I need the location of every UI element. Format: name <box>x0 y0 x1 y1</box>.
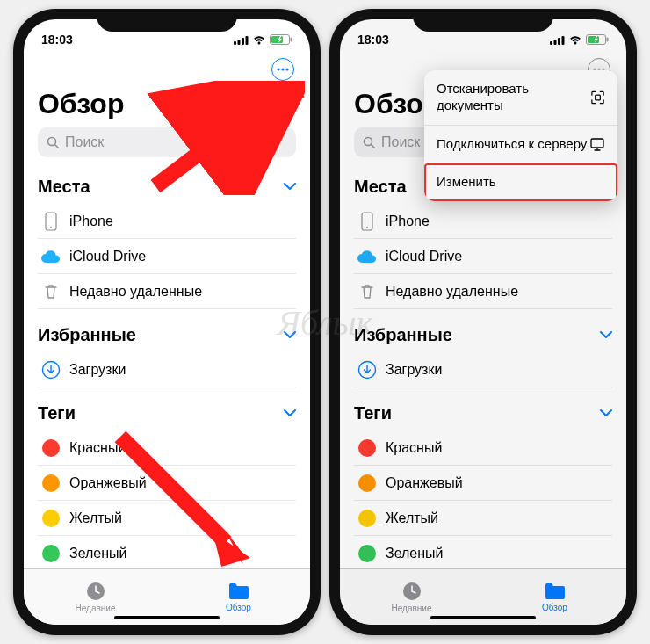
svg-point-13 <box>50 227 52 228</box>
svg-rect-23 <box>558 38 560 45</box>
search-placeholder: Поиск <box>65 134 104 150</box>
download-icon <box>358 360 377 380</box>
chevron-down-icon <box>284 331 296 339</box>
place-iphone-label: iPhone <box>69 213 113 229</box>
home-indicator[interactable] <box>114 616 220 619</box>
section-places-label: Места <box>354 177 407 197</box>
phone-left: 18:03 Обзор Поиск Места <box>13 9 321 635</box>
favorite-downloads[interactable]: Загрузки <box>354 352 612 387</box>
chevron-down-icon <box>600 331 612 339</box>
menu-edit[interactable]: Изменить <box>424 163 618 201</box>
clock-icon <box>401 581 422 602</box>
section-favorites-header[interactable]: Избранные <box>38 318 296 352</box>
status-icons <box>550 34 609 45</box>
cloud-icon <box>357 250 378 264</box>
place-icloud-label: iCloud Drive <box>69 249 146 264</box>
menu-connect-server[interactable]: Подключиться к серверу <box>424 126 618 164</box>
annotation-arrow-bottom <box>112 428 252 568</box>
section-tags-header[interactable]: Теги <box>38 396 296 431</box>
place-iphone[interactable]: iPhone <box>38 204 296 239</box>
section-favorites-label: Избранные <box>354 325 452 345</box>
folder-icon <box>544 582 567 601</box>
signal-icon <box>234 35 249 45</box>
phone-right: 18:03 Обзор Поиск Места iPho <box>329 9 637 635</box>
favorite-downloads[interactable]: Загрузки <box>38 352 296 387</box>
iphone-icon <box>361 212 373 231</box>
place-icloud[interactable]: iCloud Drive <box>354 239 612 274</box>
search-icon <box>363 136 376 149</box>
svg-line-17 <box>120 437 226 542</box>
tag-label: Оранжевый <box>386 475 463 491</box>
svg-rect-6 <box>291 38 292 42</box>
place-trash[interactable]: Недавно удаленные <box>354 274 612 309</box>
download-icon <box>41 360 61 380</box>
tag-red[interactable]: Красный <box>354 431 612 466</box>
section-tags-label: Теги <box>38 403 76 423</box>
place-iphone[interactable]: iPhone <box>354 204 612 239</box>
tag-yellow[interactable]: Желтый <box>354 501 612 536</box>
search-icon <box>47 136 60 149</box>
context-menu: Отсканировать документы Подключиться к с… <box>424 70 618 201</box>
tab-browse-label: Обзор <box>542 603 567 612</box>
place-trash-label: Недавно удаленные <box>386 284 518 300</box>
svg-rect-2 <box>242 38 244 45</box>
place-trash-label: Недавно удаленные <box>69 284 202 300</box>
cloud-icon <box>40 250 61 264</box>
place-trash[interactable]: Недавно удаленные <box>38 274 296 309</box>
clock-icon <box>85 581 106 602</box>
section-favorites-header[interactable]: Избранные <box>354 318 612 352</box>
trash-icon <box>43 283 59 300</box>
favorite-downloads-label: Загрузки <box>69 362 126 378</box>
tab-recents-label: Недавние <box>392 604 432 613</box>
tag-label: Желтый <box>386 510 438 526</box>
menu-scan-documents[interactable]: Отсканировать документы <box>424 70 618 126</box>
place-icloud[interactable]: iCloud Drive <box>38 239 296 274</box>
svg-line-11 <box>55 144 59 148</box>
notch <box>97 9 237 32</box>
favorite-downloads-label: Загрузки <box>386 362 442 378</box>
battery-icon <box>270 34 292 45</box>
svg-rect-3 <box>246 36 249 45</box>
folder-icon <box>228 582 250 601</box>
dot-icon <box>42 510 60 527</box>
dot-icon <box>42 474 60 492</box>
home-indicator[interactable] <box>430 616 536 619</box>
menu-connect-label: Подключиться к серверу <box>437 136 587 153</box>
place-iphone-label: iPhone <box>386 213 430 229</box>
tag-label: Красный <box>386 440 442 456</box>
svg-point-7 <box>277 68 279 70</box>
wifi-icon <box>252 35 266 45</box>
tab-recents-label: Недавние <box>76 604 116 613</box>
menu-edit-label: Изменить <box>437 174 496 191</box>
screen: 18:03 Обзор Поиск Места iPho <box>340 19 626 625</box>
place-icloud-label: iCloud Drive <box>386 249 462 264</box>
svg-rect-36 <box>596 95 601 100</box>
svg-line-15 <box>155 90 283 186</box>
notch <box>413 9 553 32</box>
trash-icon <box>359 283 375 300</box>
server-icon <box>589 137 605 151</box>
tag-green[interactable]: Зеленый <box>354 536 612 568</box>
section-places-label: Места <box>38 177 90 197</box>
svg-rect-27 <box>607 38 609 42</box>
svg-point-8 <box>281 68 284 70</box>
signal-icon <box>550 35 565 45</box>
wifi-icon <box>568 35 582 45</box>
status-time: 18:03 <box>41 33 73 47</box>
iphone-icon <box>45 212 57 231</box>
dot-icon <box>42 545 60 562</box>
svg-line-32 <box>372 144 375 148</box>
dot-icon <box>358 545 376 562</box>
more-button[interactable] <box>271 58 294 81</box>
ellipsis-icon <box>277 68 289 71</box>
section-favorites-label: Избранные <box>38 325 136 345</box>
section-tags-header[interactable]: Теги <box>354 396 612 431</box>
status-time: 18:03 <box>358 33 389 47</box>
svg-marker-16 <box>278 81 305 112</box>
tag-label: Зеленый <box>386 546 444 561</box>
svg-rect-24 <box>562 36 565 45</box>
svg-rect-1 <box>238 40 241 45</box>
svg-marker-19 <box>213 532 250 567</box>
svg-point-9 <box>285 68 288 70</box>
tag-orange[interactable]: Оранжевый <box>354 466 612 501</box>
